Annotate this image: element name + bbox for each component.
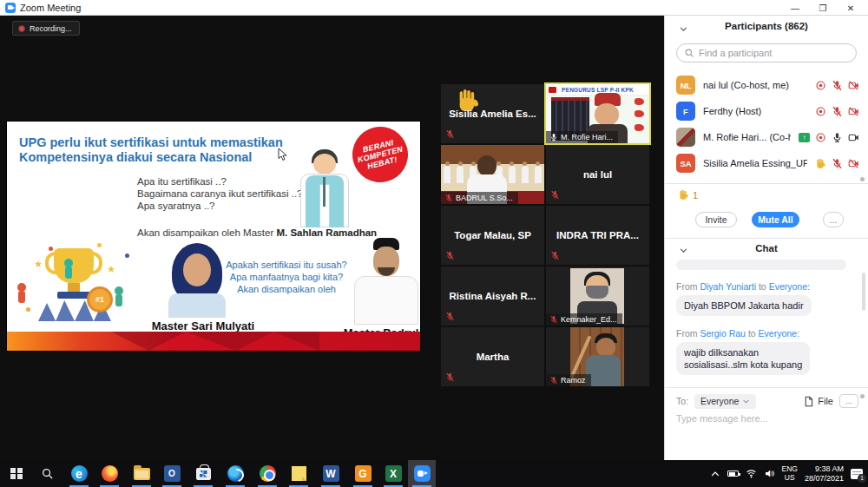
taskbar-chrome-icon[interactable] [253, 460, 281, 487]
taskbar-excel-icon[interactable]: X [379, 460, 407, 487]
video-tile-sisilia[interactable]: Sisilia Amelia Es... [441, 84, 544, 143]
mid-line-1: Apakah sertifikasi itu susah? [220, 259, 352, 271]
scrollbar-thumb[interactable] [860, 177, 865, 181]
tray-date: 28/07/2021 [805, 474, 844, 484]
video-tile-ristina[interactable]: Ristina Aisyah R... [441, 267, 544, 326]
participants-header: Participants (862) [665, 21, 868, 36]
chat-scrollbar[interactable] [862, 273, 865, 311]
slide-bottom-ribbon [7, 332, 420, 351]
action-center-icon[interactable]: 1 [851, 469, 863, 479]
taskbar-store-icon[interactable] [189, 460, 217, 487]
participants-title: Participants (862) [665, 21, 868, 31]
video-tile-rofie[interactable]: PENGURUS LSP P-II KPK M. Rofie Hari... [546, 84, 649, 143]
participant-row-rofie[interactable]: M. Rofie Hari... (Co-host) ↑ [665, 125, 868, 149]
file-icon [803, 396, 814, 407]
raised-hand-icon [815, 158, 826, 169]
chat-sender-name: Sergio Rau [700, 328, 746, 339]
recipient-value: Everyone [700, 396, 739, 406]
mic-off-icon [832, 106, 843, 117]
start-button[interactable] [3, 460, 30, 487]
side-panel: Participants (862) NL nai lul (Co-host, … [664, 16, 868, 460]
participant-search[interactable] [676, 43, 857, 63]
window-title: Zoom Meeting [20, 3, 81, 13]
language-indicator[interactable]: ENGUS [782, 465, 798, 482]
recipient-dropdown[interactable]: Everyone [694, 394, 756, 409]
participants-more-button[interactable]: ... [823, 212, 844, 227]
participant-row-ferdhy[interactable]: F Ferdhy (Host) [665, 99, 868, 123]
kpk-logo [549, 87, 556, 93]
video-tile-indra[interactable]: INDRA TRI PRA... [546, 206, 649, 265]
chat-recipient: Everyone: [759, 328, 799, 339]
taskbar-edge-icon[interactable]: e [65, 460, 93, 487]
active-mic-icon [549, 133, 558, 141]
tray-expand-icon[interactable] [710, 469, 720, 479]
tile-participant-name: Togar Malau, SP [441, 230, 544, 240]
video-tile-badrul[interactable]: BADRUL S.So... [441, 145, 544, 204]
mute-all-button[interactable]: Mute All [752, 212, 799, 227]
taskbar-word-icon[interactable]: W [317, 460, 345, 487]
scrollbar-thumb[interactable] [860, 394, 865, 398]
chevron-down-icon [742, 398, 750, 405]
virtual-bg-title: PENGURUS LSP P-II KPK [562, 87, 634, 93]
battery-icon[interactable] [727, 471, 739, 477]
slide-question-3: Apa syaratnya ..? [137, 200, 302, 212]
tile-participant-name: Ramoz [561, 376, 586, 385]
video-tile-ramoz[interactable]: Ramoz [546, 327, 649, 386]
chat-message-input[interactable] [676, 413, 854, 424]
chat-recipient: Everyone: [769, 281, 810, 292]
participant-name: nai lul (Co-host, me) [703, 80, 807, 90]
taskbar-app-swirl-icon[interactable] [221, 460, 249, 487]
hand-count-value: 1 [693, 190, 698, 201]
recording-label: Recording... [30, 24, 72, 33]
taskbar-gapp-icon[interactable]: G [349, 460, 377, 487]
video-tile-martha[interactable]: Martha [441, 327, 544, 386]
recording-status-icon [815, 80, 826, 91]
photo-badrul [351, 238, 420, 325]
cartoon-presenter-illustration [293, 149, 356, 229]
taskbar-zoom-icon[interactable] [408, 460, 436, 487]
tray-time: 9:38 AM [805, 464, 844, 474]
chat-bubble-partial [676, 260, 846, 270]
chat-header: Chat [665, 243, 868, 257]
speaker-icon[interactable] [764, 468, 775, 479]
mic-off-icon [832, 80, 843, 91]
shared-screen-slide: UPG perlu ikut sertifikasi untuk memasti… [7, 122, 420, 351]
tile-participant-name: Sisilia Amelia Es... [441, 109, 544, 119]
video-tile-togar[interactable]: Togar Malau, SP [441, 206, 544, 265]
medal-rank-label: #1 [87, 286, 113, 313]
chat-bubble: Diyah BBPOM Jakarta hadir [676, 295, 812, 316]
taskbar-outlook-icon[interactable]: O [158, 460, 186, 487]
taskbar-firefox-icon[interactable] [95, 460, 123, 487]
video-tile-kemnaker[interactable]: Kemnaker_Ed... [546, 267, 649, 326]
clock[interactable]: 9:38 AM 28/07/2021 [805, 464, 844, 483]
video-grid: Sisilia Amelia Es... PENGURUS LSP P-II K… [441, 84, 651, 388]
search-taskbar-button[interactable] [33, 460, 61, 487]
participant-row-sisilia[interactable]: SA Sisilia Amelia Essing_UPG T... [665, 151, 868, 175]
screen-share-icon: ↑ [799, 133, 810, 142]
recording-indicator[interactable]: Recording... [12, 21, 80, 36]
maximize-button[interactable]: ❐ [809, 0, 837, 16]
recording-status-icon [815, 106, 826, 117]
invite-button[interactable]: Invite [695, 212, 737, 227]
trophy-illustration: #1 [14, 241, 135, 332]
chat-more-button[interactable]: ... [839, 394, 858, 408]
to-label: To: [676, 396, 688, 406]
wifi-icon[interactable] [746, 468, 757, 479]
slide-questions: Apa itu sertifikasi ..? Bagaimana carany… [137, 175, 302, 212]
muted-mic-icon [445, 372, 455, 382]
participant-search-input[interactable] [699, 48, 849, 58]
notification-badge: 1 [858, 474, 866, 483]
camera-off-icon [848, 158, 859, 169]
close-button[interactable]: ✕ [837, 0, 865, 16]
taskbar-file-explorer-icon[interactable] [128, 460, 155, 487]
slide-mid-questions: Apakah sertifikasi itu susah? Apa manfaa… [220, 259, 352, 295]
label-master-sari: Master Sari Mulyati [148, 319, 259, 332]
taskbar-sticky-notes-icon[interactable] [285, 460, 312, 487]
file-button[interactable]: File [803, 396, 833, 407]
minimize-button[interactable]: — [781, 0, 809, 16]
video-tile-nailul[interactable]: nai lul [546, 145, 649, 204]
tile-participant-name: Martha [441, 352, 544, 362]
participant-row-nailul[interactable]: NL nai lul (Co-host, me) [665, 73, 868, 97]
raised-hands-count: 1 [678, 189, 698, 201]
recording-status-icon [815, 132, 826, 143]
